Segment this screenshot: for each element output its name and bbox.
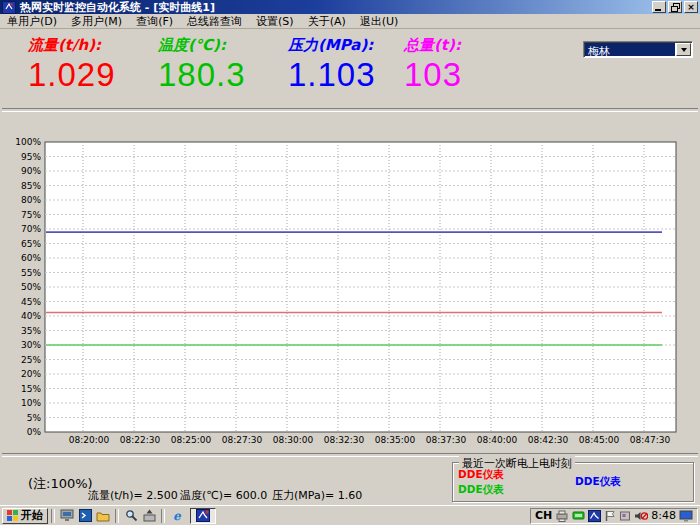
capture-shortcut[interactable]: [140, 508, 158, 524]
window-controls: ×: [652, 1, 698, 13]
flow-readout: 流量(t/h): 1.029: [28, 36, 116, 91]
svg-text:08:30:00: 08:30:00: [273, 435, 314, 445]
svg-text:08:35:00: 08:35:00: [375, 435, 416, 445]
svg-text:08:42:30: 08:42:30: [528, 435, 569, 445]
svg-text:100%: 100%: [15, 137, 41, 147]
minimize-button[interactable]: [652, 1, 666, 13]
start-label: 开始: [21, 508, 43, 523]
pressure-readout: 压力(MPa): 1.103: [288, 36, 376, 91]
dde-entry-flow: DDE仪表: [458, 468, 504, 482]
app-icon-glyph: [5, 3, 13, 11]
printer-icon[interactable]: [555, 510, 569, 522]
upload-icon: [143, 509, 156, 522]
total-readout: 总量(t): 103: [404, 36, 462, 91]
svg-text:75%: 75%: [21, 210, 41, 220]
svg-text:08:27:30: 08:27:30: [222, 435, 263, 445]
temperature-readout: 温度(℃): 180.3: [158, 36, 246, 91]
start-button[interactable]: 开始: [2, 508, 48, 524]
desktop-icon: [60, 509, 74, 522]
system-tray: CH: [530, 508, 698, 524]
svg-text:08:45:00: 08:45:00: [579, 435, 620, 445]
svg-text:60%: 60%: [21, 253, 41, 263]
temperature-value: 180.3: [158, 58, 246, 91]
search-icon: [125, 509, 138, 522]
svg-text:10%: 10%: [21, 398, 41, 408]
menu-item-busline-query[interactable]: 总线路查询: [180, 14, 249, 29]
divider: [2, 453, 698, 457]
network-icon[interactable]: [572, 510, 585, 521]
app-window: 热网实时监控自动化系统 - [实时曲线1] × 单用户(D) 多用户(M) 查询…: [0, 0, 700, 525]
temperature-label: 温度(℃):: [158, 36, 246, 55]
minimize-icon: [655, 3, 663, 11]
volume-muted-icon[interactable]: [634, 510, 648, 522]
menu-bar: 单用户(D) 多用户(M) 查询(F) 总线路查询 设置(S) 关于(A) 退出…: [0, 14, 700, 29]
clock[interactable]: 8:48: [651, 510, 676, 521]
ie-icon: e: [171, 509, 184, 522]
task-button-app[interactable]: [190, 508, 216, 524]
total-value: 103: [404, 58, 462, 91]
svg-text:45%: 45%: [21, 297, 41, 307]
menu-item-exit[interactable]: 退出(U): [353, 14, 406, 29]
svg-text:25%: 25%: [21, 355, 41, 365]
title-bar: 热网实时监控自动化系统 - [实时曲线1] ×: [0, 0, 700, 14]
search-shortcut[interactable]: [122, 508, 140, 524]
folder-shortcut[interactable]: [94, 508, 112, 524]
svg-text:70%: 70%: [21, 224, 41, 234]
total-label: 总量(t):: [404, 36, 462, 55]
divider: [2, 108, 698, 112]
svg-text:08:25:00: 08:25:00: [171, 435, 212, 445]
monitor-icon[interactable]: [679, 510, 693, 522]
power-event-groupbox: 最近一次断电上电时刻 DDE仪表 DDE仪表 DDE仪表: [452, 462, 694, 502]
station-select-value: 梅林: [585, 43, 675, 56]
svg-text:35%: 35%: [21, 326, 41, 336]
folder-icon: [96, 510, 110, 522]
restore-button[interactable]: [668, 1, 682, 13]
station-select[interactable]: 梅林: [583, 41, 693, 58]
close-button[interactable]: ×: [684, 1, 698, 13]
trend-chart: 0%5%10%15%20%25%30%35%40%45%50%55%60%65%…: [4, 130, 696, 446]
svg-text:5%: 5%: [27, 413, 42, 423]
svg-text:08:40:00: 08:40:00: [477, 435, 518, 445]
svg-text:30%: 30%: [21, 340, 41, 350]
svg-text:08:32:30: 08:32:30: [324, 435, 365, 445]
ime-indicator[interactable]: CH: [535, 510, 552, 521]
svg-text:90%: 90%: [21, 166, 41, 176]
terminal-shortcut-icon[interactable]: [76, 508, 94, 524]
scale-note: (注:100%): [28, 475, 93, 493]
svg-text:95%: 95%: [21, 152, 41, 162]
dde-entry-pressure: DDE仪表: [575, 475, 621, 489]
pressure-value: 1.103: [288, 58, 376, 91]
scale-flow: 流量(t/h)= 2.500: [88, 488, 178, 503]
app-tray-icon[interactable]: [588, 510, 601, 522]
show-desktop-icon[interactable]: [58, 508, 76, 524]
svg-text:08:47:30: 08:47:30: [630, 435, 671, 445]
svg-text:50%: 50%: [21, 282, 41, 292]
taskbar-separator: [161, 509, 165, 523]
internet-explorer-shortcut[interactable]: e: [168, 508, 186, 524]
app-icon[interactable]: [2, 1, 16, 14]
menu-item-multi-user[interactable]: 多用户(M): [64, 14, 129, 29]
menu-item-about[interactable]: 关于(A): [301, 14, 353, 29]
app-task-icon: [196, 509, 210, 522]
svg-text:08:37:30: 08:37:30: [426, 435, 467, 445]
menu-item-single-user[interactable]: 单用户(D): [0, 14, 64, 29]
scale-pressure: 压力(MPa)= 1.60: [272, 488, 362, 503]
station-select-dropdown-button[interactable]: [676, 43, 691, 56]
svg-text:20%: 20%: [21, 369, 41, 379]
svg-text:55%: 55%: [21, 268, 41, 278]
menu-item-query[interactable]: 查询(F): [129, 14, 180, 29]
scale-temperature: 温度(℃)= 600.0: [180, 488, 267, 503]
svg-text:80%: 80%: [21, 195, 41, 205]
restore-icon: [671, 3, 680, 12]
svg-text:40%: 40%: [21, 311, 41, 321]
device-icon[interactable]: [619, 510, 631, 522]
taskbar: 开始: [0, 505, 700, 525]
flow-label: 流量(t/h):: [28, 36, 116, 55]
flag-icon[interactable]: [604, 510, 616, 522]
menu-item-settings[interactable]: 设置(S): [249, 14, 301, 29]
svg-text:65%: 65%: [21, 239, 41, 249]
svg-text:85%: 85%: [21, 181, 41, 191]
svg-text:0%: 0%: [27, 427, 42, 437]
windows-logo-icon: [7, 510, 18, 521]
chart-panel: 0%5%10%15%20%25%30%35%40%45%50%55%60%65%…: [4, 130, 696, 446]
